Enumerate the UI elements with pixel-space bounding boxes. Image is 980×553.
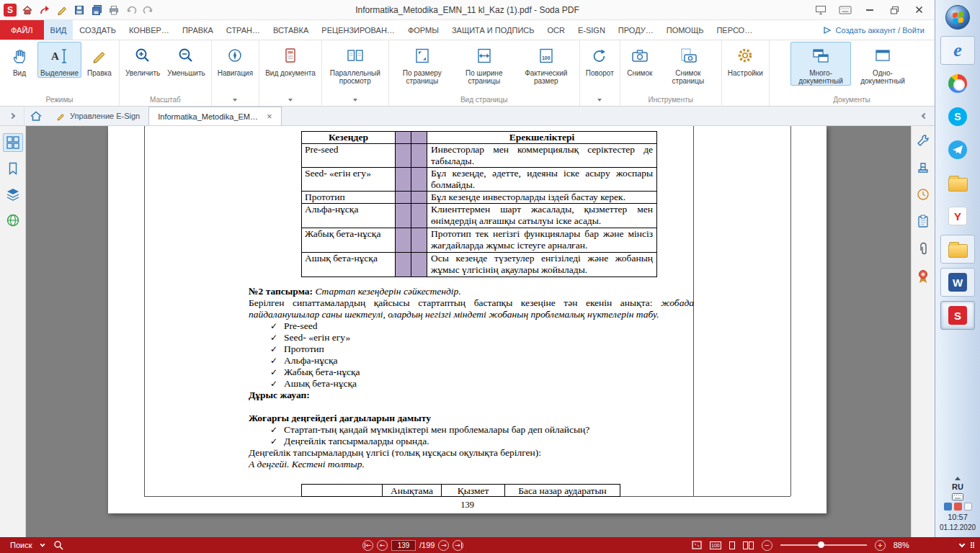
parallel-view-button[interactable]: Параллельный просмотр [325,42,386,86]
navigation-dropdown[interactable] [215,94,256,106]
last-page-button[interactable]: → [453,540,463,551]
zoom-in-button[interactable]: Увеличить [122,42,163,78]
search-label[interactable]: Поиск [10,541,32,549]
document-canvas[interactable]: Кезеңдер Ерекшеліктері Pre-seedИнвесторл… [26,126,911,537]
search-icon[interactable] [53,540,63,550]
parallel-view-dropdown[interactable] [325,94,386,106]
zoom-slider[interactable] [780,544,867,546]
redo-icon[interactable] [142,4,155,17]
current-page-box[interactable]: 139 [391,540,416,551]
page-snapshot-button[interactable]: Снимок страницы [658,42,718,86]
taskbar-folder-mail[interactable] [940,168,975,197]
keyboard-icon[interactable] [952,493,963,500]
thumbnails-panel-button[interactable] [3,133,23,152]
taskbar-chrome[interactable] [940,69,975,98]
taskbar-word[interactable]: W [940,268,975,297]
tab-products[interactable]: ПРОДУ… [612,20,660,40]
account-link[interactable]: Создать аккаунт / Войти [823,20,935,40]
clock-date[interactable]: 01.12.2020 [940,523,976,531]
close-tab-icon[interactable]: × [267,111,272,122]
tools-panel-button[interactable] [916,133,930,150]
document-view-dropdown[interactable] [262,94,318,106]
resize-grip-icon[interactable] [971,542,974,548]
tab-current-document[interactable]: Informatika_Metodika_EM… × [148,107,281,125]
certificates-panel-button[interactable] [917,269,929,287]
single-page-icon[interactable] [729,541,735,549]
facing-pages-icon[interactable] [743,541,754,549]
start-button[interactable] [945,5,970,30]
tab-insert[interactable]: ВСТАВКА [267,20,315,40]
tray-network-icon[interactable] [944,503,952,511]
show-hidden-icons-button[interactable] [955,477,961,480]
print-icon[interactable] [107,4,120,17]
view-mode-button[interactable]: Вид [3,42,36,78]
zoom-in-button[interactable]: + [875,540,886,551]
next-page-button[interactable]: → [438,540,449,551]
zoom-slider-handle[interactable] [818,541,824,548]
tab-ocr[interactable]: OCR [540,20,571,40]
select-mode-button[interactable]: A Выделение [37,42,81,78]
fit-page-button[interactable]: По размеру страницы [392,42,453,86]
restore-button[interactable] [884,3,904,17]
chevron-down-icon[interactable] [959,541,965,547]
rotate-button[interactable]: Поворот [583,42,617,78]
history-panel-button[interactable] [917,188,930,204]
first-page-button[interactable]: ← [362,540,373,551]
edit-pencil-icon[interactable] [55,4,68,17]
keyboard-icon[interactable] [835,3,855,17]
clock-time[interactable]: 10:57 [948,513,968,521]
minimize-button[interactable] [860,3,880,17]
tab-pages[interactable]: СТРАН… [220,20,267,40]
tab-edit[interactable]: ПРАВКА [176,20,220,40]
taskbar-explorer[interactable] [940,235,975,264]
share-icon[interactable] [38,4,51,17]
clipboard-panel-button[interactable] [917,215,929,230]
tray-volume-icon[interactable] [954,503,962,511]
zoom-out-button[interactable]: − [762,540,772,551]
close-button[interactable] [909,3,929,17]
web-links-panel-button[interactable] [3,211,23,230]
fit-page-icon[interactable] [692,541,702,549]
taskbar-internet-explorer[interactable]: e [940,36,975,65]
zoom-out-button[interactable]: Уменьшить [164,42,208,78]
tab-personalize[interactable]: ПЕРСО… [710,20,759,40]
left-panel-toggle[interactable] [0,107,24,125]
right-panel-toggle[interactable] [914,107,935,125]
tab-esign-management[interactable]: Управление E-Sign [48,107,148,125]
stamps-panel-button[interactable] [917,161,930,177]
attachments-panel-button[interactable] [918,241,928,258]
save-icon[interactable] [73,4,86,17]
taskbar-telegram[interactable] [940,135,975,164]
multi-document-button[interactable]: Много-документный [790,42,851,86]
single-document-button[interactable]: Одно-документный [852,42,913,86]
taskbar-skype[interactable]: S [940,102,975,131]
previous-page-button[interactable]: ← [377,540,388,551]
layers-panel-button[interactable] [3,185,23,204]
tab-convert[interactable]: КОНВЕР… [122,20,176,40]
rotate-dropdown[interactable] [583,94,617,106]
tab-review[interactable]: РЕЦЕНЗИРОВАН… [315,20,401,40]
tab-help[interactable]: ПОМОЩЬ [660,20,710,40]
actual-size-button[interactable]: 100 [710,541,721,549]
language-indicator[interactable]: RU [952,482,963,491]
chevron-down-icon[interactable] [40,541,45,547]
document-view-button[interactable]: Вид документа [262,42,318,78]
taskbar-soda-pdf[interactable]: S [940,301,975,330]
tab-esign[interactable]: E-SIGN [571,20,612,40]
tab-forms[interactable]: ФОРМЫ [401,20,445,40]
fit-width-button[interactable]: По ширине страницы [454,42,514,86]
tab-create[interactable]: СОЗДАТЬ [73,20,122,40]
display-mode-icon[interactable] [811,3,831,17]
settings-button[interactable]: Настройки [725,42,766,78]
tab-secure-sign[interactable]: ЗАЩИТА И ПОДПИСЬ [445,20,541,40]
home-icon[interactable] [21,4,34,17]
tab-file[interactable]: ФАЙЛ [0,20,44,40]
taskbar-yandex[interactable]: Y [940,202,975,230]
snapshot-button[interactable]: Снимок [623,42,656,78]
actual-size-button[interactable]: 100 Фактический размер [516,42,576,86]
home-tab-button[interactable] [24,107,48,125]
bookmarks-panel-button[interactable] [3,159,23,178]
undo-icon[interactable] [125,4,138,17]
edit-mode-button[interactable]: Правка [83,42,116,78]
tray-flag-icon[interactable] [964,503,972,511]
